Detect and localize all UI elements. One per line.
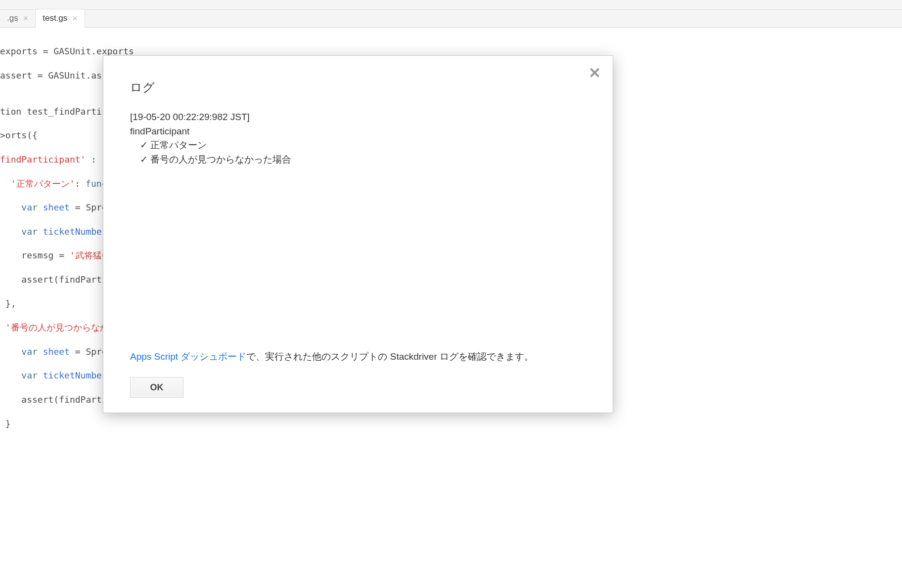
log-result: ✓ 正常パターン bbox=[130, 138, 586, 153]
code-text bbox=[38, 202, 43, 212]
code-text: : bbox=[86, 154, 102, 165]
code-text: var bbox=[21, 370, 38, 380]
code-text bbox=[38, 370, 43, 380]
code-text: }, bbox=[0, 298, 16, 309]
code-text: ticketNumber bbox=[43, 226, 107, 237]
code-text: >orts({ bbox=[0, 130, 38, 140]
code-text bbox=[38, 226, 43, 237]
code-text: '番号の人が見つからなか bbox=[0, 322, 109, 333]
code-text bbox=[38, 346, 43, 357]
dialog-footer-text: Apps Script ダッシュボードで、実行された他のスクリプトの Stack… bbox=[130, 350, 586, 363]
log-timestamp: [19-05-20 00:22:29:982 JST] bbox=[130, 110, 586, 125]
tab-label: test.gs bbox=[43, 13, 67, 23]
code-text: '正常パターン' bbox=[0, 178, 75, 189]
close-icon[interactable]: × bbox=[72, 14, 78, 23]
code-text bbox=[0, 370, 21, 380]
apps-script-dashboard-link[interactable]: Apps Script ダッシュボード bbox=[130, 351, 246, 362]
code-text: } bbox=[0, 419, 11, 429]
code-text: var bbox=[21, 226, 38, 237]
code-text bbox=[0, 226, 21, 237]
toolbar-strip bbox=[0, 0, 902, 10]
code-text: = Spre bbox=[70, 202, 107, 212]
code-text: tion test_findPartic bbox=[0, 106, 107, 117]
ok-button[interactable]: OK bbox=[130, 377, 183, 398]
code-text: findParticipant' bbox=[0, 154, 86, 165]
dialog-body: [19-05-20 00:22:29:982 JST] findParticip… bbox=[130, 110, 586, 350]
log-dialog: ✕ ログ [19-05-20 00:22:29:982 JST] findPar… bbox=[103, 55, 613, 413]
close-icon[interactable]: ✕ bbox=[588, 66, 601, 81]
log-result: ✓ 番号の人が見つからなかった場合 bbox=[130, 153, 586, 167]
dialog-title: ログ bbox=[130, 80, 586, 95]
code-text: var bbox=[21, 346, 38, 357]
code-text: : bbox=[75, 178, 86, 189]
code-text: var bbox=[21, 202, 38, 212]
log-test-name: findParticipant bbox=[130, 125, 586, 139]
close-icon[interactable]: × bbox=[23, 14, 29, 23]
tab-gs[interactable]: .gs × bbox=[0, 9, 35, 27]
tab-test-gs[interactable]: test.gs × bbox=[35, 9, 85, 28]
code-text bbox=[0, 346, 21, 357]
code-text: assert(findParti bbox=[0, 274, 107, 285]
code-text: ticketNumber bbox=[43, 370, 107, 380]
code-text: resmsg = bbox=[0, 250, 70, 260]
code-text: sheet bbox=[43, 202, 70, 212]
code-text: = Spre bbox=[70, 346, 107, 357]
tab-label: .gs bbox=[7, 13, 18, 23]
code-text: sheet bbox=[43, 346, 70, 357]
code-text bbox=[0, 202, 21, 212]
code-text: assert(findParti bbox=[0, 394, 107, 405]
tab-bar: .gs × test.gs × bbox=[0, 10, 902, 28]
footer-rest: で、実行された他のスクリプトの Stackdriver ログを確認できます。 bbox=[246, 351, 534, 362]
